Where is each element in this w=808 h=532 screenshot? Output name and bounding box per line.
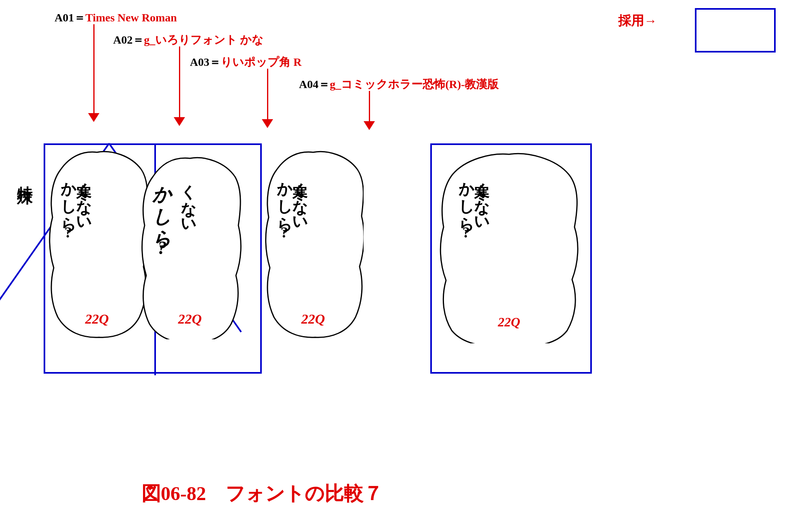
stone-3-text: 寒くないかしら?: [277, 172, 307, 241]
stone-4-size: 22Q: [436, 315, 582, 330]
saiyo-box: [695, 8, 776, 53]
page-container: A01＝Times New Roman A02＝g_いろりフォント かな A03…: [0, 0, 808, 532]
font-a03-label: A03＝りいポップ角 R: [190, 55, 301, 70]
stone-1: 寒くないかしら? 22Q: [46, 147, 147, 343]
tokusu-label: 特殊: [14, 174, 35, 180]
arrow-a01: [88, 24, 99, 122]
arrow-a02: [174, 46, 185, 126]
stone-4: 寒くないかしら? 22Q: [436, 149, 582, 345]
stone-3: 寒くないかしら? 22Q: [263, 147, 364, 343]
saiyo-label: 採用→: [618, 12, 657, 30]
font-a04-label: A04＝g_コミックホラー恐怖(R)-教漢版: [299, 77, 499, 92]
stone-2-text-2: くない: [178, 174, 198, 226]
stone-3-size: 22Q: [263, 311, 364, 327]
stone-1-text: 寒くないかしら?: [61, 172, 91, 241]
stone-2-size: 22Q: [137, 311, 242, 327]
stone-4-text: 寒くないかしら?: [459, 172, 489, 241]
stone-2-text-1: かしら?: [149, 174, 175, 258]
stone-2: かしら? くない 22Q: [137, 154, 242, 341]
figure-caption: 図06-82 フォントの比較７: [141, 481, 383, 507]
font-a02-label: A02＝g_いろりフォント かな: [113, 32, 263, 48]
arrow-a03: [262, 69, 273, 128]
stone-1-size: 22Q: [46, 311, 147, 327]
font-a01-label: A01＝Times New Roman: [55, 10, 177, 25]
arrow-a04: [364, 91, 375, 130]
